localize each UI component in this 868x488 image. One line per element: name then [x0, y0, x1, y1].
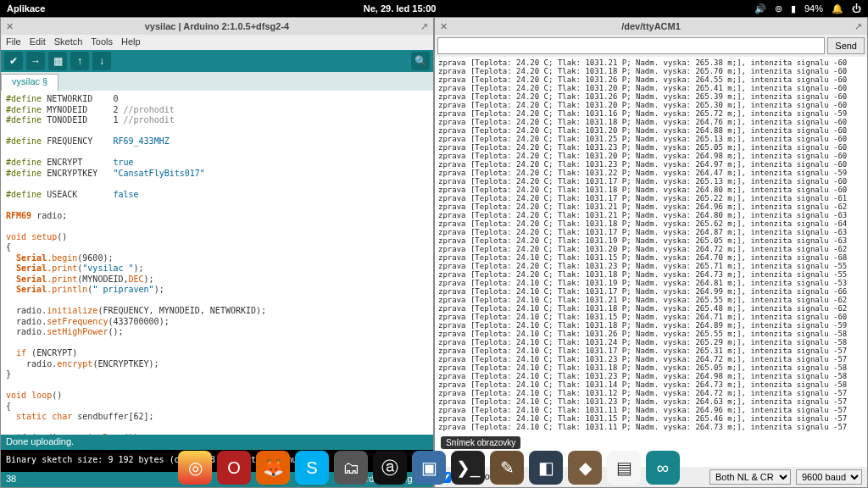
arduino-window: ✕ vysilac | Arduino 2:1.0.5+dfsg2-4 ↗ Fi… [0, 17, 434, 488]
serial-input[interactable] [437, 37, 825, 54]
menu-sketch[interactable]: Sketch [54, 36, 83, 48]
save-button[interactable]: ↓ [92, 52, 111, 70]
system-topbar: Aplikace Ne, 29. led 15:00 🔊 ⊚ ▮ 94% 🔔 ⏻ [0, 0, 868, 17]
clock[interactable]: Ne, 29. led 15:00 [45, 3, 754, 14]
compile-status: Done uploading. [1, 435, 433, 450]
new-button[interactable]: ▦ [48, 52, 67, 70]
krita-icon[interactable]: ◧ [529, 451, 563, 485]
arduino-toolbar: ✔ → ▦ ↑ ↓ 🔍 [1, 50, 433, 72]
dock-tooltip: Snímek obrazovky [441, 436, 520, 449]
wifi-icon[interactable]: ⊚ [775, 3, 782, 14]
send-button[interactable]: Send [827, 37, 865, 54]
upload-button[interactable]: → [26, 52, 45, 70]
maximize-icon[interactable]: ↗ [850, 21, 862, 32]
serial-monitor-window: ✕ /dev/ttyACM1 ↗ Send zprava [Teplota: 2… [434, 17, 868, 488]
screenshot-icon[interactable]: ▣ [412, 451, 446, 485]
arduino-icon[interactable]: ∞ [646, 451, 680, 485]
libreoffice-icon[interactable]: ▤ [607, 451, 641, 485]
battery-percent: 94% [804, 3, 823, 14]
power-icon[interactable]: ⏻ [852, 3, 861, 14]
verify-button[interactable]: ✔ [4, 52, 23, 70]
maximize-icon[interactable]: ↗ [416, 21, 428, 32]
dock: ◎ O 🦊 S 🗂 ⓐ ▣ ❯_ ✎ ◧ ◆ ▤ ∞ [178, 449, 680, 486]
open-button[interactable]: ↑ [70, 52, 89, 70]
firefox-icon[interactable]: 🦊 [256, 451, 290, 485]
tab-vysilac[interactable]: vysilac § [1, 74, 58, 91]
opera-icon[interactable]: O [217, 451, 251, 485]
line-ending-select[interactable]: Both NL & CR [709, 469, 791, 485]
battery-icon[interactable]: ▮ [791, 3, 796, 14]
gimp-icon[interactable]: ✎ [490, 451, 524, 485]
amarok-icon[interactable]: ⓐ [373, 451, 407, 485]
chrome-icon[interactable]: ◎ [178, 451, 212, 485]
close-icon[interactable]: ✕ [440, 21, 452, 32]
serial-title: /dev/ttyACM1 [452, 21, 850, 31]
serial-output[interactable]: zprava [Teplota: 24.20 C; Tlak: 1031.21 … [435, 57, 867, 467]
arduino-menubar: File Edit Sketch Tools Help [1, 35, 433, 50]
line-number: 38 [6, 474, 16, 485]
files-icon[interactable]: 🗂 [334, 451, 368, 485]
arduino-titlebar[interactable]: ✕ vysilac | Arduino 2:1.0.5+dfsg2-4 ↗ [1, 18, 433, 35]
sketch-tabs: vysilac § [1, 72, 433, 91]
serial-monitor-button[interactable]: 🔍 [411, 52, 430, 70]
menu-help[interactable]: Help [121, 36, 141, 48]
inkscape-icon[interactable]: ◆ [568, 451, 602, 485]
baud-select[interactable]: 9600 baud [796, 469, 862, 485]
serial-titlebar[interactable]: ✕ /dev/ttyACM1 ↗ [435, 18, 867, 35]
activities-label[interactable]: Aplikace [7, 3, 45, 14]
menu-edit[interactable]: Edit [30, 36, 46, 48]
skype-icon[interactable]: S [295, 451, 329, 485]
arduino-title: vysilac | Arduino 2:1.0.5+dfsg2-4 [18, 21, 416, 31]
menu-tools[interactable]: Tools [91, 36, 113, 48]
close-icon[interactable]: ✕ [6, 21, 18, 32]
code-editor[interactable]: #define NETWORKID 0 #define MYNODEID 2 /… [1, 91, 433, 435]
menu-file[interactable]: File [6, 36, 21, 48]
terminal-icon[interactable]: ❯_ [451, 451, 485, 485]
volume-icon[interactable]: 🔊 [754, 3, 766, 14]
notifications-icon[interactable]: 🔔 [832, 3, 843, 14]
serial-input-row: Send [435, 35, 867, 57]
